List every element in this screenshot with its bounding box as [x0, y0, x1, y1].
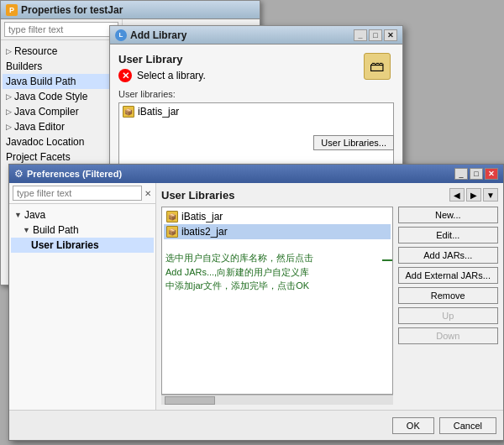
pref-nav-buttons: ◀ ▶ ▼ [449, 188, 498, 202]
tree-item-label: Java Compiler [14, 106, 79, 118]
user-libraries-button[interactable]: User Libraries... [313, 135, 394, 150]
properties-title: Properties for testJar [21, 4, 123, 16]
library-graphic-icon: 🗃 [364, 53, 391, 80]
tree-item-label: Builders [6, 60, 42, 72]
tree-item-label: Project Facets [6, 151, 71, 163]
library-list-item[interactable]: 📦 iBatis_jar [121, 105, 391, 118]
preferences-right-panel: User Libraries ◀ ▶ ▼ 📦 iBatis_jar 📦 [156, 183, 503, 410]
cancel-button[interactable]: Cancel [439, 417, 496, 434]
properties-tree: ▷ Resource Builders Java Build Path ▷ Ja… [1, 40, 122, 168]
props-icon: P [6, 4, 18, 16]
jar-icon: 📦 [166, 211, 178, 222]
chevron-icon: ▷ [6, 92, 12, 101]
maximize-button[interactable]: □ [369, 29, 382, 41]
tree-item-java-editor[interactable]: ▷ Java Editor [3, 119, 120, 134]
ok-button[interactable]: OK [392, 417, 434, 434]
pref-library-item-ibatis[interactable]: 📦 iBatis_jar [164, 209, 391, 224]
error-row: ✕ Select a library. [118, 69, 394, 82]
pref-filter-input[interactable] [13, 186, 142, 201]
chevron-icon: ▷ [6, 123, 12, 131]
tree-item-label: Java Build Path [6, 76, 76, 87]
pref-tree-item-user-libraries[interactable]: User Libraries [11, 238, 154, 253]
pref-tree: ▼ Java ▼ Build Path User Libraries [9, 204, 155, 256]
preferences-title: Preferences (Filtered) [27, 169, 122, 179]
pref-tree-label: Java [24, 209, 45, 221]
preferences-window: ⚙ Preferences (Filtered) _ □ ✕ ✕ ▼ Java … [8, 164, 504, 441]
tree-item-java-code-style[interactable]: ▷ Java Code Style [3, 89, 120, 104]
pref-titlebar-left: ⚙ Preferences (Filtered) [14, 168, 122, 180]
add-library-title: Add Library [130, 29, 186, 41]
pref-tree-item-build-path[interactable]: ▼ Build Path [11, 222, 154, 238]
pref-section-title: User Libraries [161, 189, 234, 202]
preferences-titlebar: ⚙ Preferences (Filtered) _ □ ✕ [9, 165, 503, 183]
scrollbar-thumb[interactable] [165, 396, 215, 405]
nav-back-button[interactable]: ◀ [449, 188, 465, 202]
add-external-jars-button[interactable]: Add External JARs... [398, 267, 499, 284]
up-button[interactable]: Up [398, 307, 499, 324]
properties-filter-bar [1, 19, 122, 40]
chevron-open-icon: ▼ [23, 226, 30, 234]
annotation-text: 选中用户自定义的库名称，然后点击 Add JARs...,向新建的用户自定义库 … [165, 251, 389, 293]
nav-forward-button[interactable]: ▶ [466, 188, 481, 202]
edit-button[interactable]: Edit... [398, 227, 499, 243]
pref-tree-label: User Libraries [31, 239, 99, 251]
nav-dropdown-button[interactable]: ▼ [483, 188, 498, 202]
properties-filter-input[interactable] [4, 22, 118, 37]
remove-button[interactable]: Remove [398, 287, 499, 304]
properties-titlebar: P Properties for testJar [1, 1, 260, 19]
user-libraries-label: User libraries: [118, 89, 394, 99]
add-library-icon: L [115, 29, 127, 41]
annotation-arrow-svg [382, 252, 393, 277]
pref-library-label: iBatis_jar [181, 211, 223, 222]
pref-tree-label: Build Path [33, 224, 79, 236]
tree-item-label: Resource [14, 45, 57, 57]
chevron-icon: ▷ [6, 47, 12, 55]
error-icon: ✕ [118, 69, 132, 82]
tree-item-label: Java Code Style [14, 91, 87, 102]
down-button[interactable]: Down [398, 327, 499, 344]
pref-library-list[interactable]: 📦 iBatis_jar 📦 ibatis2_jar 选中用户自定义的库名称，然… [161, 207, 393, 395]
annotation-container: 选中用户自定义的库名称，然后点击 Add JARs...,向新建的用户自定义库 … [164, 248, 391, 296]
pref-library-item-ibatis2[interactable]: 📦 ibatis2_jar [164, 224, 391, 239]
pref-tree-item-java[interactable]: ▼ Java [11, 207, 154, 222]
minimize-button[interactable]: _ [354, 29, 367, 41]
tree-item-builders[interactable]: Builders [3, 59, 120, 74]
tree-item-project-facets[interactable]: Project Facets [3, 149, 120, 165]
preferences-left-panel: ✕ ▼ Java ▼ Build Path User Libraries [9, 183, 156, 410]
new-button[interactable]: New... [398, 207, 499, 223]
pref-titlebar-buttons: _ □ ✕ [454, 168, 498, 180]
pref-main-area: 📦 iBatis_jar 📦 ibatis2_jar 选中用户自定义的库名称，然… [161, 207, 498, 405]
add-library-section-title: User Library [118, 53, 394, 65]
pref-library-label: ibatis2_jar [181, 226, 228, 238]
library-item-label: iBatis_jar [138, 106, 179, 118]
tree-item-label: Java Editor [14, 121, 65, 133]
pref-minimize-button[interactable]: _ [454, 168, 468, 180]
add-jars-button[interactable]: Add JARs... [398, 247, 499, 264]
tree-item-java-compiler[interactable]: ▷ Java Compiler [3, 104, 120, 119]
pref-right-header: User Libraries ◀ ▶ ▼ [161, 188, 498, 202]
tree-item-label: Javadoc Location [6, 136, 84, 148]
titlebar-buttons: _ □ ✕ [354, 29, 397, 41]
preferences-bottom-bar: OK Cancel [9, 410, 503, 440]
tree-item-resource[interactable]: ▷ Resource [3, 44, 120, 59]
close-button[interactable]: ✕ [384, 29, 397, 41]
pref-close-button[interactable]: ✕ [485, 168, 498, 180]
pref-filter-bar: ✕ [9, 183, 155, 204]
jar-icon: 📦 [166, 226, 178, 238]
jar-icon: 📦 [123, 106, 134, 118]
chevron-icon: ▷ [6, 107, 12, 116]
preferences-content: ✕ ▼ Java ▼ Build Path User Libraries Use… [9, 183, 503, 410]
add-library-titlebar: L Add Library _ □ ✕ [110, 26, 402, 44]
titlebar-left: L Add Library [115, 29, 186, 41]
chevron-open-icon: ▼ [14, 211, 22, 219]
tree-item-java-build-path[interactable]: Java Build Path [3, 74, 120, 89]
preferences-icon: ⚙ [14, 168, 24, 180]
error-text: Select a library. [137, 70, 206, 81]
horizontal-scrollbar[interactable] [161, 395, 393, 405]
pref-action-buttons: New... Edit... Add JARs... Add External … [398, 207, 499, 405]
tree-item-javadoc[interactable]: Javadoc Location [3, 134, 120, 149]
pref-maximize-button[interactable]: □ [470, 168, 483, 180]
clear-filter-button[interactable]: ✕ [144, 188, 152, 199]
